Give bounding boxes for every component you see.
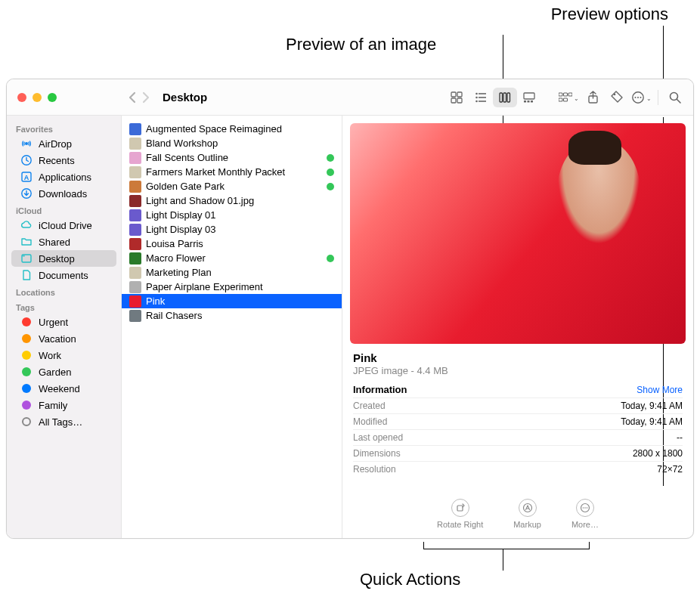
file-name: Macro Flower: [146, 252, 322, 264]
file-row[interactable]: Light Display 03: [122, 222, 342, 237]
sidebar-item-label: Weekend: [39, 383, 80, 394]
list-view[interactable]: [469, 88, 493, 107]
file-icon: [129, 252, 141, 264]
svg-rect-15: [528, 101, 530, 103]
sidebar-item-recents[interactable]: Recents: [11, 152, 116, 169]
sidebar-item-label: Urgent: [39, 317, 68, 328]
file-row[interactable]: Fall Scents Outline: [122, 150, 342, 165]
finder-window: Desktop ⌄ ⌄ FavoritesAirDropRecentsAAppl…: [6, 79, 694, 539]
file-row[interactable]: Macro Flower: [122, 251, 342, 265]
column-view[interactable]: [493, 88, 517, 107]
file-row[interactable]: Bland Workshop: [122, 136, 342, 150]
sidebar-item-label: iCloud Drive: [39, 220, 92, 231]
file-name: Rail Chasers: [146, 310, 334, 321]
sidebar-item-shared[interactable]: Shared: [11, 234, 116, 250]
desktop-icon: [20, 252, 33, 264]
callout-preview-image: Preview of an image: [286, 35, 436, 54]
sidebar-item-downloads[interactable]: Downloads: [11, 185, 116, 202]
svg-rect-5: [479, 93, 486, 94]
search-button[interactable]: [663, 88, 687, 107]
quick-action-rotate[interactable]: Rotate Right: [437, 499, 483, 529]
info-row: Last opened--: [353, 429, 683, 445]
sidebar-item-applications[interactable]: AApplications: [11, 169, 116, 185]
svg-rect-9: [479, 101, 486, 102]
file-row[interactable]: Marketing Plan: [122, 265, 342, 280]
sidebar-item-label: All Tags…: [39, 416, 82, 428]
tag-icon: [20, 399, 33, 411]
svg-point-42: [587, 507, 588, 509]
sidebar-item-desktop[interactable]: Desktop: [11, 250, 116, 267]
file-icon: [129, 209, 141, 221]
maximize-button[interactable]: [48, 93, 57, 102]
sidebar-item-all-tags-[interactable]: All Tags…: [11, 413, 116, 430]
sidebar-item-urgent[interactable]: Urgent: [11, 314, 116, 330]
file-row[interactable]: Farmers Market Monthly Packet: [122, 165, 342, 179]
file-row[interactable]: Pink: [122, 294, 342, 308]
documents-icon: [20, 269, 33, 281]
toolbar: Desktop ⌄ ⌄: [7, 79, 693, 116]
sidebar-item-label: Recents: [39, 155, 75, 166]
sidebar-header: Tags: [7, 298, 121, 314]
preview-image: [350, 123, 686, 344]
info-value: 2800 x 1800: [633, 448, 683, 459]
file-icon: [129, 152, 141, 164]
recents-icon: [20, 154, 33, 166]
svg-rect-20: [559, 98, 562, 101]
sidebar-item-work[interactable]: Work: [11, 347, 116, 363]
sidebar-item-garden[interactable]: Garden: [11, 363, 116, 380]
file-tag-dot: [327, 169, 334, 176]
sidebar-item-documents[interactable]: Documents: [11, 267, 116, 283]
quick-action-markup[interactable]: Markup: [513, 499, 541, 529]
gallery-view[interactable]: [517, 88, 541, 107]
svg-rect-17: [559, 93, 562, 96]
nav-controls: Desktop: [122, 91, 207, 104]
file-row[interactable]: Augmented Space Reimagined: [122, 122, 342, 136]
show-more-link[interactable]: Show More: [637, 385, 683, 395]
file-name: Golden Gate Park: [146, 181, 322, 192]
toolbar-right: ⌄ ⌄: [444, 88, 693, 107]
close-button[interactable]: [17, 93, 26, 102]
sidebar-item-airdrop[interactable]: AirDrop: [11, 135, 116, 152]
file-row[interactable]: Paper Airplane Experiment: [122, 280, 342, 294]
sidebar-item-icloud-drive[interactable]: iCloud Drive: [11, 217, 116, 234]
file-row[interactable]: Light Display 01: [122, 208, 342, 222]
svg-rect-18: [563, 93, 567, 96]
file-row[interactable]: Light and Shadow 01.jpg: [122, 193, 342, 208]
group-button[interactable]: ⌄: [556, 88, 581, 107]
sidebar-item-label: AirDrop: [39, 138, 72, 150]
actions-button[interactable]: ⌄: [629, 88, 653, 107]
svg-point-41: [584, 507, 586, 509]
file-icon: [129, 238, 141, 250]
sidebar-item-label: Downloads: [39, 188, 87, 200]
file-row[interactable]: Louisa Parris: [122, 237, 342, 251]
file-icon: [129, 310, 141, 322]
sidebar-item-weekend[interactable]: Weekend: [11, 380, 116, 397]
info-row: Resolution72×72: [353, 461, 683, 477]
sidebar-item-label: Applications: [39, 172, 91, 183]
file-icon: [129, 138, 141, 150]
svg-rect-3: [457, 98, 462, 103]
svg-text:A: A: [24, 174, 29, 181]
icon-view[interactable]: [444, 88, 469, 107]
file-name: Light Display 01: [146, 209, 334, 221]
share-button[interactable]: [581, 88, 605, 107]
icloud-icon: [20, 219, 33, 231]
sidebar-item-family[interactable]: Family: [11, 397, 116, 413]
file-row[interactable]: Rail Chasers: [122, 308, 342, 323]
tags-button[interactable]: [605, 88, 629, 107]
quick-action-more[interactable]: More…: [571, 499, 599, 529]
svg-point-23: [613, 94, 615, 96]
minimize-button[interactable]: [33, 93, 42, 102]
svg-rect-11: [503, 93, 506, 102]
svg-rect-37: [457, 506, 463, 511]
file-row[interactable]: Golden Gate Park: [122, 179, 342, 193]
forward-button[interactable]: [141, 91, 150, 104]
back-button[interactable]: [128, 91, 137, 104]
quick-action-label: Rotate Right: [437, 520, 483, 529]
file-name: Light Display 03: [146, 224, 334, 235]
sidebar-item-vacation[interactable]: Vacation: [11, 330, 116, 347]
toolbar-divider: [658, 90, 658, 105]
info-key: Modified: [353, 416, 387, 427]
info-key: Last opened: [353, 432, 403, 443]
info-row: CreatedToday, 9:41 AM: [353, 397, 683, 413]
